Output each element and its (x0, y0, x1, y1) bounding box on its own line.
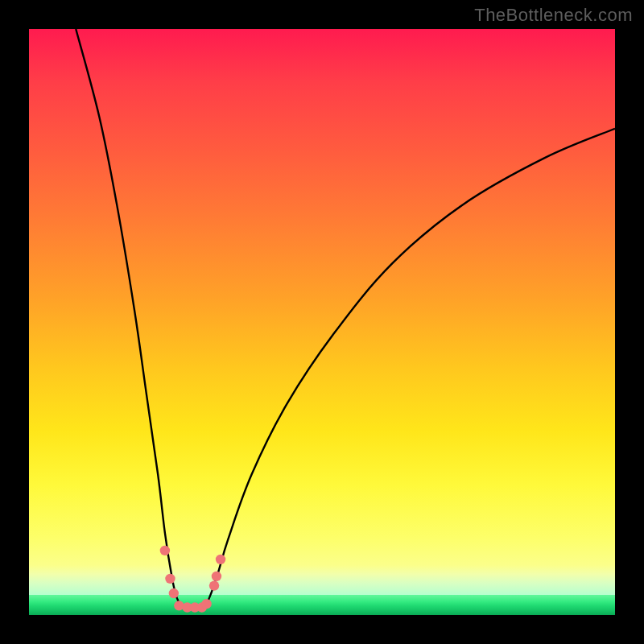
valley-marker (209, 580, 219, 590)
curves-layer (29, 29, 615, 615)
right-curve (196, 129, 615, 609)
valley-marker (174, 601, 184, 610)
valley-marker (212, 572, 221, 581)
watermark-text: TheBottleneck.com (474, 5, 633, 26)
chart-frame: TheBottleneck.com (0, 0, 644, 644)
valley-marker (216, 555, 225, 564)
valley-marker (169, 588, 179, 598)
valley-marker (201, 599, 211, 609)
left-curve (76, 29, 196, 609)
valley-markers (160, 546, 226, 613)
valley-marker (160, 546, 170, 555)
plot-area (29, 29, 615, 615)
valley-marker (165, 574, 175, 584)
